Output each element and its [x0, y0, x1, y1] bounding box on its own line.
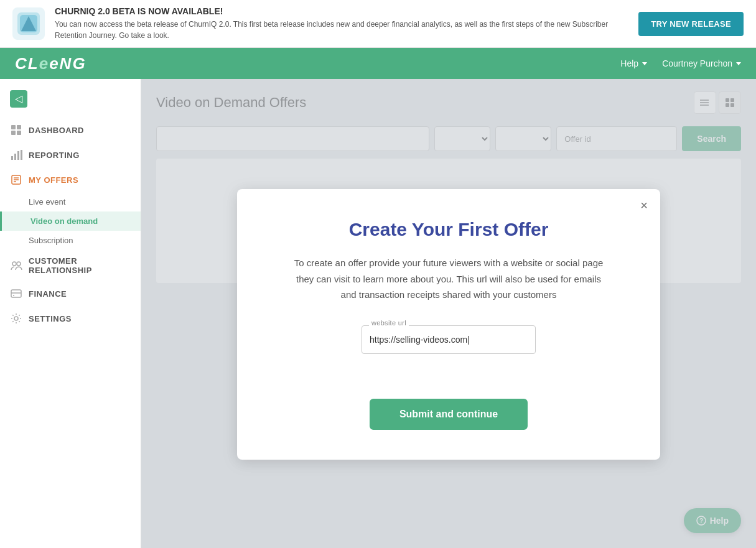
sidebar-item-customer-relationship-label: CUSTOMER RELATIONSHIP: [29, 256, 131, 275]
sidebar-subitem-vod-label: Video on demand: [30, 216, 98, 226]
sidebar-item-settings[interactable]: SETTINGS: [0, 306, 141, 331]
sidebar-item-reporting[interactable]: REPORTING: [0, 142, 141, 167]
logo: CLeeNG: [15, 54, 86, 73]
sidebar: ◁ DASHBOARD REPORTING: [0, 79, 141, 548]
app-layout: ◁ DASHBOARD REPORTING: [0, 79, 756, 548]
submit-and-continue-button[interactable]: Submit and continue: [370, 399, 528, 430]
announcement-banner: CHURNIQ 2.0 BETA IS NOW AVAILABLE! You c…: [0, 0, 756, 48]
announcement-body: You can now access the beta release of C…: [55, 19, 628, 41]
dashboard-icon: [10, 124, 22, 136]
sidebar-item-finance-label: FINANCE: [29, 289, 67, 299]
sidebar-subitem-video-on-demand[interactable]: Video on demand: [0, 211, 141, 231]
sidebar-subitem-live-event[interactable]: Live event: [0, 192, 141, 211]
my-offers-icon: [10, 174, 22, 186]
svg-point-17: [17, 262, 21, 266]
churniq-logo-icon: [12, 7, 45, 40]
announcement-text: CHURNIQ 2.0 BETA IS NOW AVAILABLE! You c…: [55, 6, 628, 41]
modal-close-button[interactable]: ×: [640, 199, 648, 211]
svg-rect-11: [21, 150, 22, 160]
svg-rect-6: [11, 131, 16, 135]
modal-description: To create an offer provide your future v…: [293, 255, 604, 303]
website-url-field-wrapper: website url: [362, 325, 536, 354]
website-url-input[interactable]: [362, 325, 536, 354]
website-url-label: website url: [369, 319, 409, 327]
svg-rect-18: [11, 290, 21, 297]
modal-title: Create Your First Offer: [262, 219, 635, 240]
user-menu[interactable]: Courtney Purchon: [662, 58, 741, 68]
help-label: Help: [620, 58, 638, 68]
svg-point-16: [12, 262, 16, 266]
svg-rect-10: [17, 151, 19, 160]
help-chevron-icon: [642, 62, 647, 65]
main-content: Video on Demand Offers: [141, 79, 756, 548]
svg-rect-9: [14, 154, 16, 160]
announcement-title: CHURNIQ 2.0 BETA IS NOW AVAILABLE!: [55, 6, 628, 16]
customer-relationship-icon: [10, 259, 22, 272]
sidebar-item-my-offers[interactable]: MY OFFERS: [0, 167, 141, 192]
sidebar-item-finance[interactable]: FINANCE: [0, 281, 141, 306]
modal-overlay: × Create Your First Offer To create an o…: [141, 79, 756, 548]
svg-point-20: [13, 295, 14, 296]
sidebar-item-dashboard[interactable]: DASHBOARD: [0, 118, 141, 142]
settings-icon: [10, 312, 22, 325]
sidebar-subitem-subscription-label: Subscription: [29, 236, 73, 245]
try-new-release-button[interactable]: TRY NEW RELEASE: [638, 12, 744, 36]
sidebar-item-reporting-label: REPORTING: [29, 151, 80, 160]
svg-rect-4: [11, 125, 16, 129]
svg-point-21: [14, 317, 18, 320]
create-first-offer-modal: × Create Your First Offer To create an o…: [237, 189, 660, 460]
sidebar-item-my-offers-label: MY OFFERS: [29, 175, 78, 185]
svg-rect-5: [17, 125, 21, 129]
sidebar-item-dashboard-label: DASHBOARD: [29, 126, 84, 135]
top-nav: CLeeNG Help Courtney Purchon: [0, 48, 756, 79]
help-menu[interactable]: Help: [620, 58, 647, 68]
svg-rect-7: [17, 131, 21, 135]
finance-icon: [10, 287, 22, 300]
sidebar-toggle-icon: ◁: [10, 90, 27, 108]
svg-rect-8: [11, 156, 13, 160]
sidebar-item-customer-relationship[interactable]: CUSTOMER RELATIONSHIP: [0, 250, 141, 281]
user-chevron-icon: [736, 62, 741, 65]
user-label: Courtney Purchon: [662, 58, 732, 68]
top-nav-right: Help Courtney Purchon: [620, 58, 741, 68]
sidebar-toggle[interactable]: ◁: [0, 85, 141, 113]
sidebar-item-settings-label: SETTINGS: [29, 314, 72, 323]
sidebar-subitem-subscription[interactable]: Subscription: [0, 231, 141, 250]
reporting-icon: [10, 149, 22, 161]
sidebar-subitem-live-event-label: Live event: [29, 197, 65, 207]
